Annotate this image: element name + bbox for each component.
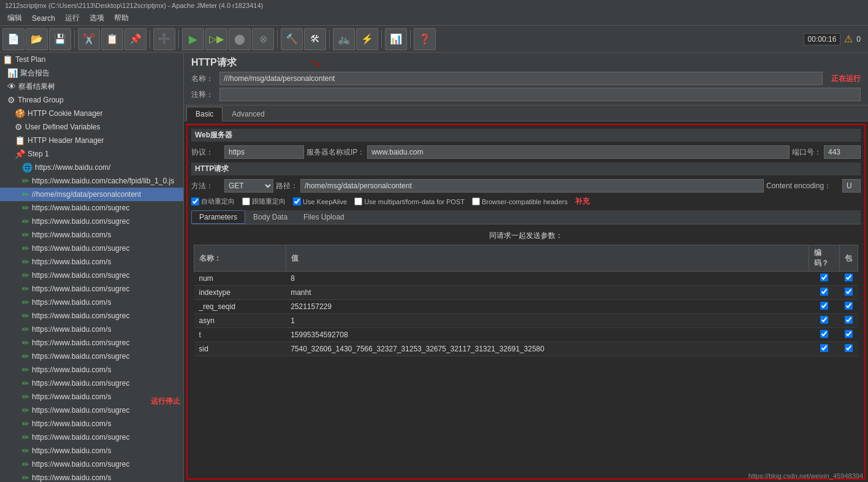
encode-checkbox-0[interactable] [820, 274, 828, 281]
checkbox-auto-redirect[interactable]: 自动重定向 [191, 197, 235, 206]
port-label: 端口号： [792, 147, 821, 158]
sub-tab-filesupload[interactable]: Files Upload [295, 210, 352, 224]
server-input[interactable] [367, 145, 790, 159]
menu-options[interactable]: 选项 [85, 12, 109, 25]
tab-basic[interactable]: Basic [186, 107, 223, 121]
browser-compat-checkbox[interactable] [472, 197, 480, 205]
toolbar-new-btn[interactable]: 📄 [2, 28, 25, 50]
tree-item-url-9[interactable]: ✏ https://www.baidu.com/sugrec [0, 282, 183, 296]
include-checkbox-0[interactable] [845, 274, 853, 281]
toolbar-expand-btn[interactable]: ➕ [153, 28, 175, 50]
tree-item-url-7[interactable]: ✏ https://www.baidu.com/s [0, 255, 183, 269]
url-23-icon: ✏ [22, 473, 29, 482]
toolbar-clear-all-btn[interactable]: 🛠 [304, 28, 326, 50]
tree-item-url-20[interactable]: ✏ https://www.baidu.com/sugrec [0, 430, 183, 444]
encode-checkbox-3[interactable] [820, 316, 828, 324]
encode-checkbox-4[interactable] [820, 330, 828, 338]
param-name-5: sid [194, 342, 286, 356]
tree-item-url-16[interactable]: ✏ https://www.baidu.com/sugrec [0, 377, 183, 390]
toolbar-help-btn[interactable]: ❓ [414, 28, 436, 50]
protocol-input[interactable] [224, 145, 304, 159]
tree-item-headerManager[interactable]: 📋 HTTP Header Manager [0, 134, 183, 147]
tree-item-url-8[interactable]: ✏ https://www.baidu.com/sugrec [0, 269, 183, 282]
checkbox-multipart[interactable]: Use multipart/form-data for POST [354, 197, 465, 205]
method-select[interactable]: GET POST PUT DELETE [224, 179, 273, 193]
table-row: asyn 1 [194, 314, 858, 328]
toolbar-run-btn[interactable]: ▶ [182, 28, 204, 50]
tree-item-url-17[interactable]: ✏ https://www.baidu.com/s [0, 390, 183, 404]
tree-item-url-1[interactable]: ✏ https://www.baidu.com/cache/fpid/lib_1… [0, 174, 183, 188]
include-checkbox-3[interactable] [845, 316, 853, 324]
toolbar-template-btn[interactable]: 📊 [385, 28, 407, 50]
toolbar-open-btn[interactable]: 📂 [26, 28, 48, 50]
tree-item-url-23[interactable]: ✏ https://www.baidu.com/s [0, 471, 183, 482]
checkbox-browser-compat[interactable]: Browser-compatible headers [472, 197, 568, 205]
url-20-icon: ✏ [22, 432, 29, 442]
tree-item-url-0[interactable]: 🌐 https://www.baidu.com/ [0, 161, 183, 174]
path-input[interactable] [300, 179, 764, 193]
multipart-checkbox[interactable] [354, 197, 362, 205]
tree-item-aggregate[interactable]: 📊 聚合报告 [0, 66, 183, 80]
tree-item-url-3[interactable]: ✏ https://www.baidu.com/sugrec [0, 201, 183, 215]
url-6-label: https://www.baidu.com/sugrec [32, 244, 129, 253]
toolbar-run-partial-btn[interactable]: ▷▶ [205, 28, 227, 50]
toolbar-sep-6 [381, 30, 382, 48]
toolbar-remote-run-btn[interactable]: 🚲 [333, 28, 355, 50]
tree-item-threadgroup[interactable]: ⚙ Thread Group [0, 93, 183, 107]
checkbox-keepalive[interactable]: Use KeepAlive [293, 197, 347, 205]
encode-checkbox-2[interactable] [820, 302, 828, 310]
tree-item-uservars[interactable]: ⚙ User Defined Variables [0, 120, 183, 134]
toolbar-remote-stop-btn[interactable]: ⚡ [356, 28, 378, 50]
include-checkbox-4[interactable] [845, 330, 853, 338]
tree-item-url-15[interactable]: ✏ https://www.baidu.com/s [0, 363, 183, 377]
tree-item-results[interactable]: 👁 察看结果树 [0, 80, 183, 93]
auto-redirect-checkbox[interactable] [191, 197, 199, 205]
browser-compat-label: Browser-compatible headers [482, 198, 568, 205]
tree-item-testplan[interactable]: 📋 Test Plan [0, 53, 183, 66]
toolbar-clear-btn[interactable]: 🔨 [281, 28, 303, 50]
sub-tab-parameters[interactable]: Parameters [191, 210, 245, 224]
url-4-icon: ✏ [22, 216, 29, 226]
toolbar-cut-btn[interactable]: ✂️ [78, 28, 100, 50]
url-15-label: https://www.baidu.com/s [32, 365, 111, 374]
url-7-label: https://www.baidu.com/s [32, 258, 111, 266]
toolbar-stop-clear-btn[interactable]: ⊗ [252, 28, 274, 50]
menu-help[interactable]: 帮助 [109, 12, 134, 25]
tree-item-url-6[interactable]: ✏ https://www.baidu.com/sugrec [0, 242, 183, 255]
encode-checkbox-1[interactable] [820, 288, 828, 296]
sub-tab-bodydata[interactable]: Body Data [245, 210, 295, 224]
tree-item-url-12[interactable]: ✏ https://www.baidu.com/s [0, 323, 183, 336]
tree-item-url-10[interactable]: ✏ https://www.baidu.com/s [0, 296, 183, 309]
include-checkbox-2[interactable] [845, 302, 853, 310]
tree-item-url-11[interactable]: ✏ https://www.baidu.com/sugrec [0, 309, 183, 323]
tree-item-cookie[interactable]: 🍪 HTTP Cookie Manager [0, 107, 183, 120]
encode-checkbox-5[interactable] [820, 344, 828, 352]
tree-item-url-19[interactable]: ✏ https://www.baidu.com/s [0, 417, 183, 430]
name-input[interactable] [219, 72, 823, 85]
tree-item-url-14[interactable]: ✏ https://www.baidu.com/sugrec [0, 350, 183, 363]
checkbox-follow-redirect[interactable]: 跟随重定向 [242, 197, 286, 206]
tree-item-url-13[interactable]: ✏ https://www.baidu.com/sugrec [0, 336, 183, 350]
keepalive-checkbox[interactable] [293, 197, 301, 205]
tree-item-url-4[interactable]: ✏ https://www.baidu.com/sugrec [0, 215, 183, 228]
tab-advanced[interactable]: Advanced [223, 107, 273, 121]
port-input[interactable] [824, 145, 861, 159]
tree-item-step1[interactable]: 📌 Step 1 [0, 147, 183, 161]
tree-item-url-21[interactable]: ✏ https://www.baidu.com/s [0, 444, 183, 457]
include-checkbox-1[interactable] [845, 288, 853, 296]
toolbar-paste-btn[interactable]: 📌 [124, 28, 147, 50]
toolbar-stop-btn[interactable]: ⬤ [229, 28, 251, 50]
menu-edit[interactable]: 编辑 [2, 12, 27, 25]
follow-redirect-checkbox[interactable] [242, 197, 250, 205]
tree-item-url-22[interactable]: ✏ https://www.baidu.com/sugrec [0, 457, 183, 471]
toolbar-copy-btn[interactable]: 📋 [101, 28, 123, 50]
tree-item-url-2[interactable]: ✏ //home/msg/data/personalcontent [0, 188, 183, 201]
toolbar-save-btn[interactable]: 💾 [49, 28, 71, 50]
tree-item-url-5[interactable]: ✏ https://www.baidu.com/s [0, 228, 183, 242]
include-checkbox-5[interactable] [845, 344, 853, 352]
tree-item-url-18[interactable]: ✏ https://www.baidu.com/sugrec [0, 404, 183, 417]
menu-search[interactable]: Search [27, 13, 60, 24]
menu-run[interactable]: 运行 [60, 12, 85, 25]
encoding-input[interactable] [842, 179, 861, 193]
comment-input[interactable] [219, 88, 861, 101]
